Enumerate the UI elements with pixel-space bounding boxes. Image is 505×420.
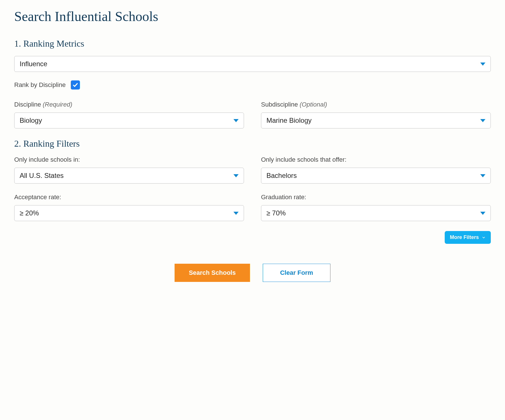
chevron-down-icon: [233, 212, 239, 215]
section-heading-filters: 2. Ranking Filters: [14, 138, 491, 149]
include-in-field: Only include schools in: All U.S. States: [14, 156, 244, 184]
chevron-down-icon: [480, 212, 485, 215]
checkmark-icon: [73, 82, 78, 88]
discipline-qualifier: (Required): [43, 101, 72, 108]
discipline-value: Biology: [20, 117, 233, 124]
chevron-down-icon: [480, 174, 485, 177]
discipline-field: Discipline (Required) Biology: [14, 101, 244, 128]
more-filters-button[interactable]: More Filters: [445, 231, 491, 244]
include-offer-field: Only include schools that offer: Bachelo…: [261, 156, 491, 184]
chevron-down-icon: [233, 119, 239, 122]
subdiscipline-value: Marine Biology: [266, 117, 480, 124]
discipline-select[interactable]: Biology: [14, 113, 244, 128]
chevron-down-icon: [482, 236, 486, 240]
more-filters-label: More Filters: [450, 234, 479, 240]
include-in-select[interactable]: All U.S. States: [14, 168, 244, 184]
include-offer-value: Bachelors: [266, 172, 480, 180]
discipline-label: Discipline (Required): [14, 101, 244, 108]
graduation-rate-label: Graduation rate:: [261, 194, 491, 201]
acceptance-rate-select[interactable]: ≥ 20%: [14, 205, 244, 221]
subdiscipline-label-text: Subdiscipline: [261, 101, 298, 108]
subdiscipline-qualifier: (Optional): [300, 101, 327, 108]
clear-form-button[interactable]: Clear Form: [263, 264, 330, 282]
subdiscipline-label: Subdiscipline (Optional): [261, 101, 491, 108]
include-offer-select[interactable]: Bachelors: [261, 168, 491, 184]
include-offer-label: Only include schools that offer:: [261, 156, 491, 163]
acceptance-rate-value: ≥ 20%: [20, 209, 233, 217]
rank-by-discipline-checkbox[interactable]: [71, 80, 80, 90]
discipline-label-text: Discipline: [14, 101, 41, 108]
acceptance-rate-label: Acceptance rate:: [14, 194, 244, 201]
rank-by-discipline-label: Rank by Discipline: [14, 81, 66, 89]
graduation-rate-field: Graduation rate: ≥ 70%: [261, 194, 491, 221]
graduation-rate-select[interactable]: ≥ 70%: [261, 205, 491, 221]
page-title: Search Influential Schools: [14, 9, 491, 24]
subdiscipline-select[interactable]: Marine Biology: [261, 113, 491, 128]
chevron-down-icon: [480, 63, 485, 66]
ranking-metric-value: Influence: [20, 60, 480, 68]
chevron-down-icon: [480, 119, 485, 122]
section-heading-metrics: 1. Ranking Metrics: [14, 38, 491, 49]
include-in-value: All U.S. States: [20, 172, 233, 180]
acceptance-rate-field: Acceptance rate: ≥ 20%: [14, 194, 244, 221]
subdiscipline-field: Subdiscipline (Optional) Marine Biology: [261, 101, 491, 128]
search-schools-button[interactable]: Search Schools: [175, 264, 250, 282]
graduation-rate-value: ≥ 70%: [266, 209, 480, 217]
chevron-down-icon: [233, 174, 239, 177]
include-in-label: Only include schools in:: [14, 156, 244, 163]
ranking-metric-select[interactable]: Influence: [14, 56, 491, 72]
